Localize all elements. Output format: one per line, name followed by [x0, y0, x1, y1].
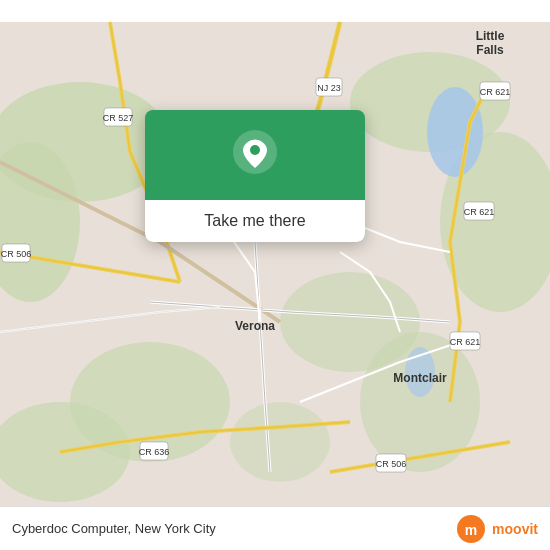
- map-container: NJ 23 CR 527 CR 506 CR 621 CR 621 CR 621…: [0, 0, 550, 550]
- moovit-icon: m: [457, 515, 485, 543]
- svg-text:Montclair: Montclair: [393, 371, 447, 385]
- svg-text:CR 506: CR 506: [376, 459, 407, 469]
- take-me-there-button[interactable]: Take me there: [145, 200, 365, 242]
- location-pin-icon: [231, 128, 279, 176]
- svg-text:CR 636: CR 636: [139, 447, 170, 457]
- svg-text:Little: Little: [476, 29, 505, 43]
- creds-label: CREDS: [0, 465, 2, 500]
- svg-point-10: [427, 87, 483, 177]
- svg-text:CR 527: CR 527: [103, 113, 134, 123]
- popup-card: Take me there: [145, 110, 365, 242]
- location-text: Cyberdoc Computer, New York City: [12, 521, 216, 536]
- svg-point-9: [230, 402, 330, 482]
- svg-text:Falls: Falls: [476, 43, 504, 57]
- moovit-text: moovit: [492, 521, 538, 537]
- bottom-bar: Cyberdoc Computer, New York City m moovi…: [0, 506, 550, 550]
- svg-text:NJ 23: NJ 23: [317, 83, 341, 93]
- svg-text:Verona: Verona: [235, 319, 275, 333]
- svg-text:CR 621: CR 621: [464, 207, 495, 217]
- location-info: Cyberdoc Computer, New York City: [12, 521, 216, 536]
- svg-text:CR 621: CR 621: [480, 87, 511, 97]
- svg-text:m: m: [465, 522, 477, 538]
- moovit-logo: m moovit: [457, 515, 538, 543]
- svg-text:CR 621: CR 621: [450, 337, 481, 347]
- svg-point-35: [250, 145, 260, 155]
- svg-text:CR 506: CR 506: [1, 249, 32, 259]
